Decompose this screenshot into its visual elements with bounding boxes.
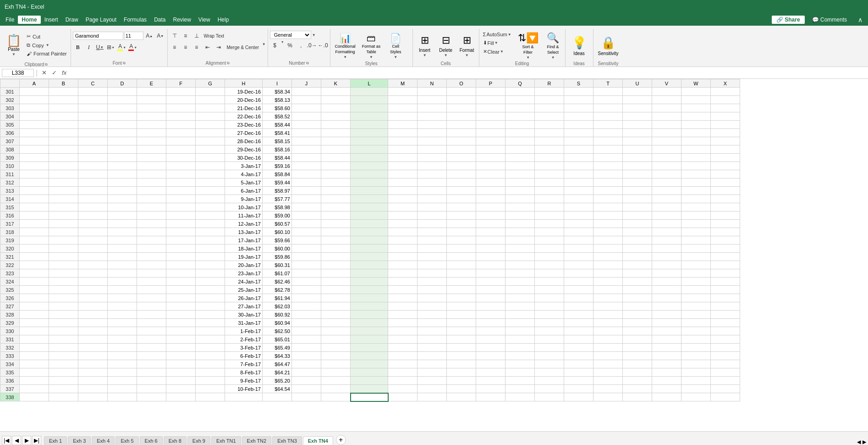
cell-t332[interactable] — [593, 344, 623, 352]
cell-o329[interactable] — [447, 319, 476, 327]
cell-a326[interactable] — [20, 294, 49, 302]
cell-w308[interactable] — [681, 145, 711, 154]
cell-a314[interactable] — [20, 195, 49, 203]
cell-m335[interactable] — [388, 368, 418, 377]
cell-h332[interactable]: 3-Feb-17 — [225, 344, 263, 352]
cell-t325[interactable] — [593, 286, 623, 294]
cell-q317[interactable] — [505, 220, 535, 228]
cell-h301[interactable]: 19-Dec-16 — [225, 88, 263, 96]
cell-f302[interactable] — [166, 96, 196, 104]
cell-v336[interactable] — [652, 377, 681, 385]
cell-i337[interactable]: $64.54 — [263, 385, 292, 393]
cell-b316[interactable] — [49, 211, 78, 220]
cell-n308[interactable] — [418, 145, 447, 154]
cell-q330[interactable] — [505, 327, 535, 335]
cell-k329[interactable] — [321, 319, 351, 327]
cell-p317[interactable] — [476, 220, 505, 228]
cell-l322[interactable] — [351, 261, 388, 269]
cell-u338[interactable] — [623, 393, 652, 401]
cell-j322[interactable] — [292, 261, 321, 269]
cell-m306[interactable] — [388, 129, 418, 137]
cell-j303[interactable] — [292, 104, 321, 112]
cell-u312[interactable] — [623, 178, 652, 187]
cell-a303[interactable] — [20, 104, 49, 112]
cell-x321[interactable] — [711, 253, 740, 261]
cell-m314[interactable] — [388, 195, 418, 203]
autosum-btn[interactable]: Σ AutoSum ▼ — [481, 31, 513, 38]
cell-v323[interactable] — [652, 269, 681, 278]
cell-g305[interactable] — [196, 121, 225, 129]
cell-h310[interactable]: 3-Jan-17 — [225, 162, 263, 170]
cell-r334[interactable] — [535, 360, 564, 368]
cell-e322[interactable] — [137, 261, 166, 269]
cell-l316[interactable] — [351, 211, 388, 220]
cell-m337[interactable] — [388, 385, 418, 393]
cell-f306[interactable] — [166, 129, 196, 137]
cell-n307[interactable] — [418, 137, 447, 145]
cell-a323[interactable] — [20, 269, 49, 278]
cell-m332[interactable] — [388, 344, 418, 352]
cell-v338[interactable] — [652, 393, 681, 401]
cell-c309[interactable] — [78, 154, 108, 162]
cell-o311[interactable] — [447, 170, 476, 178]
cell-g320[interactable] — [196, 245, 225, 253]
cell-s321[interactable] — [564, 253, 593, 261]
cell-a312[interactable] — [20, 178, 49, 187]
cell-w325[interactable] — [681, 286, 711, 294]
col-header-E[interactable]: E — [137, 79, 166, 88]
cell-t312[interactable] — [593, 178, 623, 187]
copy-button[interactable]: ⧉ Copy ▼ — [25, 41, 69, 49]
cell-v317[interactable] — [652, 220, 681, 228]
cell-q324[interactable] — [505, 278, 535, 286]
cell-a304[interactable] — [20, 112, 49, 121]
cell-q311[interactable] — [505, 170, 535, 178]
cell-x318[interactable] — [711, 228, 740, 236]
cell-t314[interactable] — [593, 195, 623, 203]
cell-g307[interactable] — [196, 137, 225, 145]
cell-m334[interactable] — [388, 360, 418, 368]
cell-t317[interactable] — [593, 220, 623, 228]
cell-g304[interactable] — [196, 112, 225, 121]
cell-v333[interactable] — [652, 352, 681, 360]
cell-j301[interactable] — [292, 88, 321, 96]
cell-b321[interactable] — [49, 253, 78, 261]
cell-e302[interactable] — [137, 96, 166, 104]
cell-k336[interactable] — [321, 377, 351, 385]
cell-q318[interactable] — [505, 228, 535, 236]
cell-n324[interactable] — [418, 278, 447, 286]
cell-r331[interactable] — [535, 335, 564, 344]
cell-g303[interactable] — [196, 104, 225, 112]
cell-o323[interactable] — [447, 269, 476, 278]
scrollbar-left-btn[interactable]: ◀ — [857, 439, 861, 445]
cell-h333[interactable]: 6-Feb-17 — [225, 352, 263, 360]
cell-d310[interactable] — [108, 162, 137, 170]
cell-t331[interactable] — [593, 335, 623, 344]
cell-l338[interactable] — [351, 393, 388, 401]
col-header-C[interactable]: C — [78, 79, 108, 88]
cell-b301[interactable] — [49, 88, 78, 96]
cell-l313[interactable] — [351, 187, 388, 195]
cell-r332[interactable] — [535, 344, 564, 352]
cell-k320[interactable] — [321, 245, 351, 253]
cell-v305[interactable] — [652, 121, 681, 129]
menu-page-layout[interactable]: Page Layout — [82, 16, 120, 24]
cell-q321[interactable] — [505, 253, 535, 261]
cell-g329[interactable] — [196, 319, 225, 327]
cell-a318[interactable] — [20, 228, 49, 236]
cell-q319[interactable] — [505, 236, 535, 245]
cell-k333[interactable] — [321, 352, 351, 360]
cell-j318[interactable] — [292, 228, 321, 236]
cell-m324[interactable] — [388, 278, 418, 286]
cell-c319[interactable] — [78, 236, 108, 245]
cell-e323[interactable] — [137, 269, 166, 278]
cell-b334[interactable] — [49, 360, 78, 368]
cell-l307[interactable] — [351, 137, 388, 145]
cell-v334[interactable] — [652, 360, 681, 368]
cell-d319[interactable] — [108, 236, 137, 245]
cell-k307[interactable] — [321, 137, 351, 145]
cell-r322[interactable] — [535, 261, 564, 269]
cell-p301[interactable] — [476, 88, 505, 96]
cell-i330[interactable]: $62.50 — [263, 327, 292, 335]
cell-s302[interactable] — [564, 96, 593, 104]
cell-g326[interactable] — [196, 294, 225, 302]
